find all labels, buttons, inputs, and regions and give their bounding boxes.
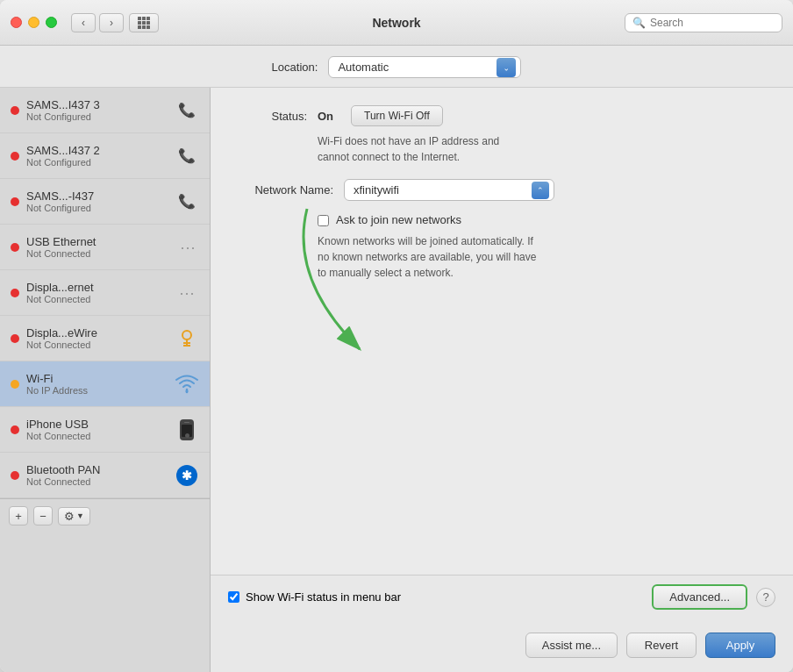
ask-join-checkbox[interactable] <box>318 215 329 226</box>
sidebar-item-iphone-usb[interactable]: iPhone USB Not Connected <box>0 407 210 453</box>
phone-icon-sams3: 📞 <box>175 98 199 123</box>
svg-point-4 <box>186 390 189 392</box>
status-description: Wi-Fi does not have an IP address andcan… <box>318 133 767 165</box>
main-content: SAMS...I437 3 Not Configured 📞 SAMS...I4… <box>0 88 793 672</box>
sidebar-item-text-usb-ethernet: USB Ethernet Not Connected <box>26 235 168 259</box>
status-dot-wifi <box>11 380 19 389</box>
status-dot-iphone-usb <box>11 425 19 434</box>
sidebar: SAMS...I437 3 Not Configured 📞 SAMS...I4… <box>0 88 211 498</box>
sidebar-item-name-iphone-usb: iPhone USB <box>26 418 168 431</box>
sidebar-item-text-sams2: SAMS...I437 2 Not Configured <box>26 144 168 168</box>
ask-join-description: Known networks will be joined automatica… <box>318 233 767 281</box>
panel-content: Status: On Turn Wi-Fi Off Wi-Fi does not… <box>211 88 793 349</box>
turn-wifi-off-button[interactable]: Turn Wi-Fi Off <box>351 105 443 126</box>
sidebar-item-wifi[interactable]: Wi-Fi No IP Address <box>0 361 210 407</box>
back-button[interactable]: ‹ <box>71 13 96 32</box>
sidebar-item-sams2[interactable]: SAMS...I437 2 Not Configured 📞 <box>0 133 210 179</box>
sidebar-item-status-displaylink-wire: Not Connected <box>26 340 168 350</box>
sidebar-item-displaylink-ethernet[interactable]: Displa...ernet Not Connected ⋯ <box>0 270 210 316</box>
firewire-icon <box>175 326 199 351</box>
svg-point-0 <box>182 331 191 340</box>
phone-icon-sams2: 📞 <box>175 144 199 168</box>
status-dot-displaylink-wire <box>11 334 19 343</box>
status-row: Status: On Turn Wi-Fi Off <box>237 105 767 126</box>
sidebar-item-name-sams2: SAMS...I437 2 <box>26 144 168 157</box>
sidebar-item-status-usb-ethernet: Not Connected <box>26 248 168 259</box>
sidebar-item-name-displaylink-ethernet: Displa...ernet <box>26 281 168 294</box>
sidebar-item-text-displaylink-wire: Displa...eWire Not Connected <box>26 326 168 350</box>
sidebar-item-bluetooth[interactable]: Bluetooth PAN Not Connected ✱ <box>0 453 210 498</box>
phone-icon-sams1: 📞 <box>175 189 199 214</box>
action-buttons: Assist me... Revert Apply <box>211 624 793 672</box>
sidebar-item-status-sams3: Not Configured <box>26 111 168 122</box>
sidebar-item-status-sams1: Not Configured <box>26 203 168 213</box>
ask-join-row: Ask to join new networks <box>318 213 767 226</box>
assist-me-button[interactable]: Assist me... <box>525 633 618 658</box>
ethernet-icon-usb: ⋯ <box>175 235 199 260</box>
status-dot-sams3 <box>11 106 19 115</box>
grid-icon <box>138 17 150 29</box>
app-grid-button[interactable] <box>129 13 159 32</box>
status-dot-sams1 <box>11 197 19 206</box>
sidebar-item-status-wifi: No IP Address <box>26 385 168 396</box>
location-bar: Location: Automatic <box>0 46 793 88</box>
status-dot-bluetooth <box>11 471 19 480</box>
panel-bottom: Show Wi-Fi status in menu bar Advanced..… <box>211 575 793 624</box>
ask-join-label: Ask to join new networks <box>336 213 461 226</box>
location-select-wrapper: Automatic <box>328 56 521 78</box>
sidebar-item-name-bluetooth: Bluetooth PAN <box>26 463 168 476</box>
traffic-lights <box>11 17 57 28</box>
nav-buttons: ‹ › <box>71 13 124 32</box>
status-dot-displaylink-ethernet <box>11 289 19 297</box>
location-label: Location: <box>272 61 318 74</box>
window: ‹ › Network 🔍 Location: Automatic <box>0 0 793 672</box>
network-name-select-wrapper: xfinitywifi ⌃ <box>344 179 554 201</box>
status-label: Status: <box>237 110 307 123</box>
revert-button[interactable]: Revert <box>626 633 697 658</box>
network-name-label: Network Name: <box>237 183 333 197</box>
sidebar-item-text-sams1: SAMS...-I437 Not Configured <box>26 189 168 213</box>
sidebar-footer: + − ⚙ ▼ <box>0 498 210 533</box>
window-title: Network <box>372 16 420 30</box>
sidebar-item-text-displaylink-ethernet: Displa...ernet Not Connected <box>26 281 168 304</box>
sidebar-item-sams1[interactable]: SAMS...-I437 Not Configured 📞 <box>0 179 210 225</box>
sidebar-item-name-usb-ethernet: USB Ethernet <box>26 235 168 248</box>
status-dot-usb-ethernet <box>11 243 19 252</box>
gear-icon: ⚙ <box>64 510 75 523</box>
add-button[interactable]: + <box>9 506 28 525</box>
show-wifi-checkbox[interactable] <box>228 591 239 603</box>
sidebar-item-status-sams2: Not Configured <box>26 157 168 168</box>
search-bar[interactable]: 🔍 <box>625 13 782 32</box>
gear-button[interactable]: ⚙ ▼ <box>58 507 90 525</box>
sidebar-item-text-bluetooth: Bluetooth PAN Not Connected <box>26 463 168 487</box>
forward-button[interactable]: › <box>99 13 124 32</box>
network-name-select[interactable]: xfinitywifi <box>344 179 554 201</box>
minimize-button[interactable] <box>28 17 39 28</box>
sidebar-item-text-wifi: Wi-Fi No IP Address <box>26 372 168 396</box>
advanced-button[interactable]: Advanced... <box>652 584 747 610</box>
bluetooth-icon: ✱ <box>175 463 199 488</box>
sidebar-item-name-sams1: SAMS...-I437 <box>26 189 168 203</box>
sidebar-item-sams3[interactable]: SAMS...I437 3 Not Configured 📞 <box>0 88 210 133</box>
titlebar: ‹ › Network 🔍 <box>0 0 793 46</box>
location-select[interactable]: Automatic <box>328 56 521 78</box>
search-icon: 🔍 <box>632 17 646 29</box>
show-wifi-label: Show Wi-Fi status in menu bar <box>246 590 401 604</box>
search-input[interactable] <box>650 17 775 29</box>
apply-button[interactable]: Apply <box>705 633 775 658</box>
sidebar-item-displaylink-wire[interactable]: Displa...eWire Not Connected <box>0 316 210 361</box>
wifi-icon <box>175 372 199 397</box>
iphone-icon <box>175 418 199 442</box>
sidebar-item-usb-ethernet[interactable]: USB Ethernet Not Connected ⋯ <box>0 225 210 270</box>
maximize-button[interactable] <box>46 17 57 28</box>
sidebar-item-name-sams3: SAMS...I437 3 <box>26 98 168 111</box>
close-button[interactable] <box>11 17 22 28</box>
sidebar-item-status-displaylink-ethernet: Not Connected <box>26 294 168 304</box>
sidebar-item-text-sams3: SAMS...I437 3 Not Configured <box>26 98 168 122</box>
remove-button[interactable]: − <box>33 506 53 525</box>
help-button[interactable]: ? <box>756 588 775 607</box>
sidebar-item-name-displaylink-wire: Displa...eWire <box>26 326 168 340</box>
network-name-row: Network Name: xfinitywifi ⌃ <box>237 179 767 201</box>
status-value: On <box>318 110 333 123</box>
sidebar-item-status-iphone-usb: Not Connected <box>26 431 168 441</box>
